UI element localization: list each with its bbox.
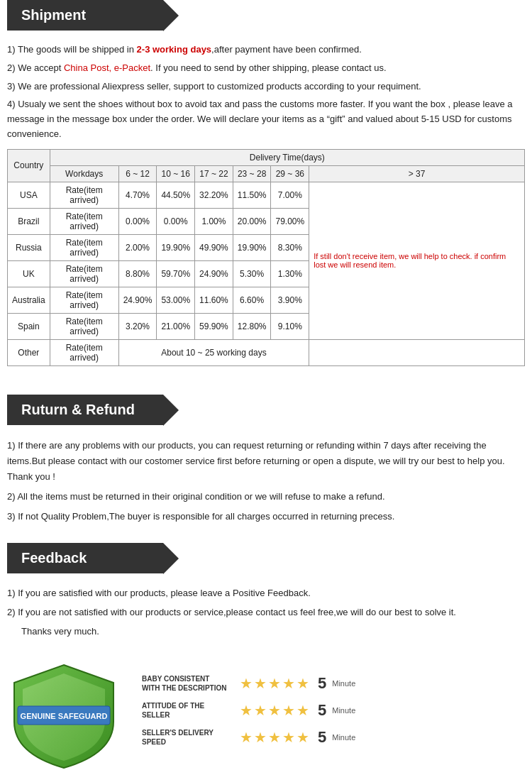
star-icon: ★ — [297, 702, 309, 719]
refund-point-2: 2) All the items must be returned in the… — [7, 489, 525, 505]
china-post-highlight: China Post, e-Packet — [64, 62, 150, 73]
rating-row-2: ATTITUDE OF THE SELLER ★ ★ ★ ★ ★ 5 Minut… — [142, 701, 525, 720]
rating-area: GENUINE SAFEGUARD BABY CONSISTENTWITH TH… — [7, 651, 525, 770]
shipment-point-1: 1) The goods will be shipped in 2-3 work… — [7, 43, 525, 57]
star-icon: ★ — [254, 675, 267, 692]
rating-rows: BABY CONSISTENTWITH THE DESCRIPTION ★ ★ … — [142, 674, 525, 755]
rating-label-1: BABY CONSISTENTWITH THE DESCRIPTION — [142, 674, 234, 693]
star-icon: ★ — [268, 729, 281, 746]
rating-number-2: 5 — [318, 701, 326, 720]
col-10-16: 10 ~ 16 — [157, 165, 195, 182]
feedback-header: Feedback — [7, 543, 163, 573]
refund-section: Ruturn & Refund 1) If there are any prob… — [0, 395, 532, 543]
rating-row-1: BABY CONSISTENTWITH THE DESCRIPTION ★ ★ … — [142, 674, 525, 693]
stars-3: ★ ★ ★ ★ ★ — [240, 729, 309, 746]
star-icon: ★ — [282, 675, 295, 692]
feedback-thanks: Thanks very much. — [7, 624, 525, 639]
col-23-28: 23 ~ 28 — [233, 165, 271, 182]
feedback-section: Feedback 1) If you are satisfied with ou… — [0, 543, 532, 770]
shipment-point-2: 2) We accept China Post, e-Packet. If yo… — [7, 61, 525, 76]
star-icon: ★ — [254, 729, 267, 746]
rating-row-3: SELLER'S DELIVERY SPEED ★ ★ ★ ★ ★ 5 Minu… — [142, 728, 525, 747]
delivery-table: Country Delivery Time(days) Workdays 6 ~… — [7, 149, 525, 366]
shield-icon: GENUINE SAFEGUARD — [7, 658, 121, 770]
star-icon: ★ — [282, 702, 295, 719]
star-icon: ★ — [297, 729, 309, 746]
col-delivery-time: Delivery Time(days) — [50, 149, 524, 165]
working-days-highlight: 2-3 working days — [137, 44, 211, 55]
refund-point-1: 1) If there are any problems with our pr… — [7, 438, 525, 485]
col-6-12: 6 ~ 12 — [118, 165, 157, 182]
star-icon: ★ — [254, 702, 267, 719]
star-icon: ★ — [268, 675, 281, 692]
star-icon: ★ — [297, 675, 309, 692]
stars-1: ★ ★ ★ ★ ★ — [240, 675, 309, 692]
table-row-usa: USA Rate(item arrived) 4.70% 44.50% 32.2… — [8, 182, 525, 208]
refund-title: Ruturn & Refund — [21, 402, 135, 417]
feedback-point-1: 1) If you are satisfied with our product… — [7, 585, 525, 601]
star-icon: ★ — [282, 729, 295, 746]
rating-unit-2: Minute — [332, 706, 355, 715]
rating-unit-1: Minute — [332, 679, 355, 688]
col-country: Country — [8, 149, 50, 182]
table-row-other: Other Rate(item arrived) About 10 ~ 25 w… — [8, 339, 525, 365]
col-17-22: 17 ~ 22 — [195, 165, 233, 182]
rating-number-1: 5 — [318, 674, 326, 693]
refund-header: Ruturn & Refund — [7, 395, 163, 425]
svg-text:GENUINE   SAFEGUARD: GENUINE SAFEGUARD — [21, 712, 108, 720]
table-note: If still don't receive item, we will hel… — [309, 182, 525, 339]
shipment-header: Shipment — [7, 0, 163, 31]
shipment-title: Shipment — [21, 7, 86, 23]
shipment-section: Shipment 1) The goods will be shipped in… — [0, 0, 532, 387]
col-workdays: Workdays — [50, 165, 118, 182]
rating-number-3: 5 — [318, 728, 326, 747]
refund-point-3: 3) If not Quality Problem,The buyer is r… — [7, 509, 525, 524]
shipment-point-4: 4) Usualy we sent the shoes without box … — [7, 97, 525, 141]
rating-unit-3: Minute — [332, 733, 355, 742]
star-icon: ★ — [268, 702, 281, 719]
rating-label-3: SELLER'S DELIVERY SPEED — [142, 728, 234, 747]
feedback-title: Feedback — [21, 550, 87, 566]
col-37plus: > 37 — [309, 165, 525, 182]
star-icon: ★ — [240, 729, 253, 746]
col-29-36: 29 ~ 36 — [271, 165, 309, 182]
star-icon: ★ — [240, 702, 253, 719]
stars-2: ★ ★ ★ ★ ★ — [240, 702, 309, 719]
star-icon: ★ — [240, 675, 253, 692]
feedback-point-2: 2) If you are not satisfied with our pro… — [7, 605, 525, 620]
shipment-point-3: 3) We are professional Aliexpress seller… — [7, 79, 525, 94]
rating-label-2: ATTITUDE OF THE SELLER — [142, 701, 234, 720]
